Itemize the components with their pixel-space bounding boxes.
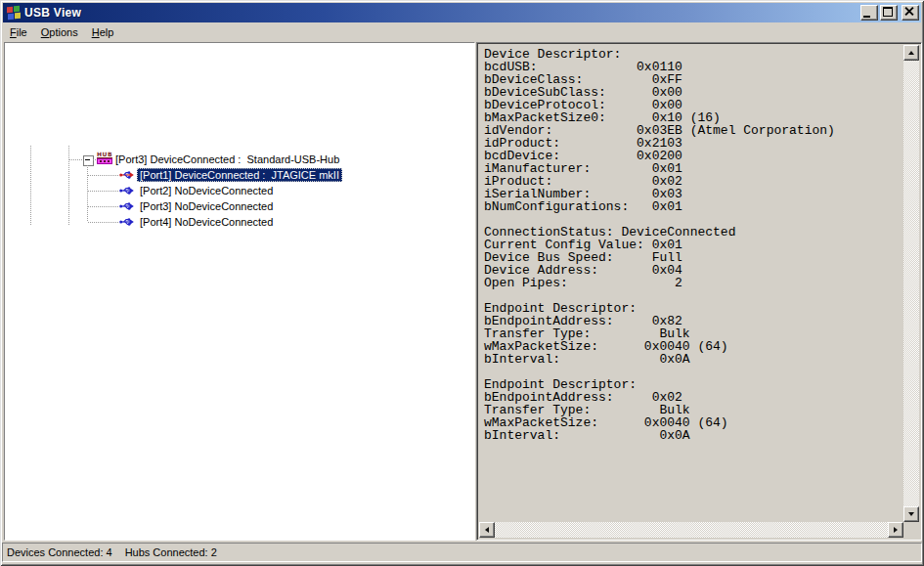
left-arrow-icon	[485, 527, 489, 533]
tree-node-label[interactable]: [Port3] NoDeviceConnected	[137, 199, 276, 213]
tree-node-port4[interactable]: [Port4] NoDeviceConnected	[119, 214, 276, 230]
usbview-window: USB View File Options Help	[0, 0, 924, 566]
tree-line	[30, 146, 31, 226]
down-arrow-icon	[908, 512, 914, 516]
expand-collapse-icon[interactable]	[83, 155, 94, 166]
usb-no-device-icon	[119, 216, 134, 228]
horizontal-scroll-track[interactable]	[495, 522, 888, 538]
menu-file[interactable]: File	[3, 24, 34, 40]
tree-line	[88, 206, 118, 207]
tree-node-hub[interactable]: [Port3] DeviceConnected : Standard-USB-H…	[112, 152, 342, 167]
hub-icon: HUB	[97, 151, 112, 164]
title-bar[interactable]: USB View	[3, 3, 921, 22]
device-tree[interactable]: HUB [Port3] DeviceConnected : Standard-U…	[5, 43, 474, 540]
device-details-text[interactable]: Device Descriptor: bcdUSB: 0x0110 bDevic…	[479, 45, 903, 522]
tree-node-label[interactable]: [Port4] NoDeviceConnected	[137, 215, 276, 229]
scroll-up-button[interactable]	[903, 45, 919, 61]
usb-device-connected-icon	[119, 169, 134, 181]
close-icon	[904, 7, 913, 16]
tree-node-port1[interactable]: [Port1] DeviceConnected : JTAGICE mkII	[119, 167, 342, 183]
tree-node-label[interactable]: [Port1] DeviceConnected : JTAGICE mkII	[137, 168, 342, 182]
maximize-button[interactable]	[880, 5, 898, 21]
scroll-left-button[interactable]	[479, 522, 495, 538]
horizontal-scrollbar[interactable]	[479, 522, 903, 538]
vertical-scrollbar[interactable]	[903, 45, 919, 522]
tree-line	[88, 191, 118, 192]
minimize-button[interactable]	[860, 5, 878, 21]
status-bar: Devices Connected: 4 Hubs Connected: 2	[2, 543, 922, 562]
usb-no-device-icon	[119, 185, 134, 196]
vertical-scroll-track[interactable]	[903, 61, 919, 506]
menu-help[interactable]: Help	[85, 24, 121, 40]
app-icon[interactable]	[6, 5, 22, 21]
menu-options[interactable]: Options	[34, 24, 85, 40]
window-title: USB View	[24, 6, 81, 20]
tree-node-port2[interactable]: [Port2] NoDeviceConnected	[119, 183, 276, 198]
tree-node-port3[interactable]: [Port3] NoDeviceConnected	[119, 198, 276, 214]
right-arrow-icon	[894, 527, 898, 533]
tree-line	[87, 165, 88, 222]
menu-bar: File Options Help	[3, 23, 921, 41]
scrollbar-corner	[903, 522, 919, 538]
tree-line	[88, 175, 118, 176]
status-hubs-connected: Hubs Connected: 2	[125, 546, 217, 558]
tree-line	[88, 222, 118, 223]
tree-line	[68, 146, 69, 226]
close-button[interactable]	[902, 5, 919, 21]
minimize-icon	[863, 16, 870, 18]
device-tree-panel: HUB [Port3] DeviceConnected : Standard-U…	[4, 42, 475, 541]
scroll-down-button[interactable]	[903, 506, 919, 522]
up-arrow-icon	[908, 51, 914, 55]
tree-node-label[interactable]: [Port3] DeviceConnected : Standard-USB-H…	[112, 152, 342, 166]
usb-no-device-icon	[119, 200, 134, 212]
scroll-right-button[interactable]	[888, 522, 903, 538]
window-controls	[858, 5, 919, 21]
tree-line	[69, 159, 83, 160]
tree-node-label[interactable]: [Port2] NoDeviceConnected	[137, 184, 276, 197]
device-details-panel: Device Descriptor: bcdUSB: 0x0110 bDevic…	[476, 42, 922, 541]
maximize-icon	[883, 7, 893, 17]
status-devices-connected: Devices Connected: 4	[7, 546, 112, 558]
